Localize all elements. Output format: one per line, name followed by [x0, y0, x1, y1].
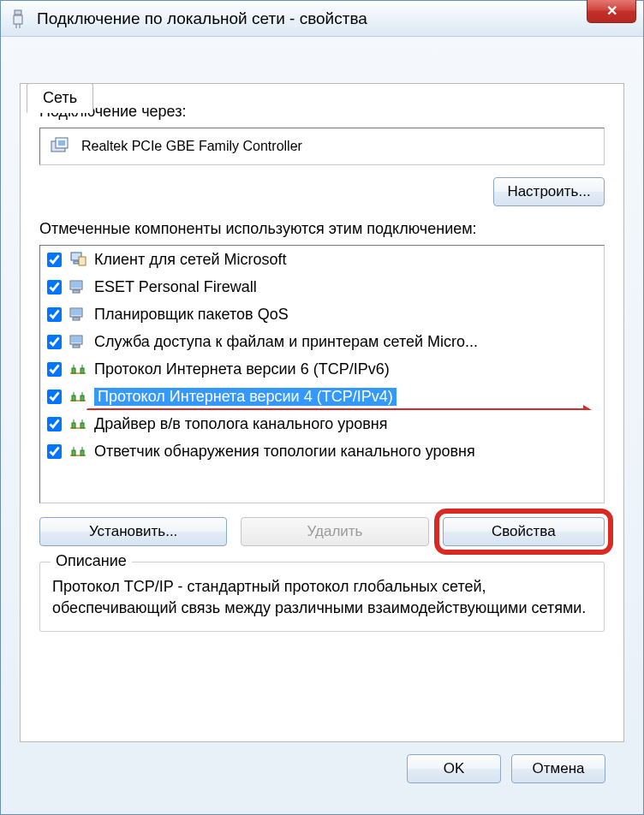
svg-rect-11 [73, 290, 80, 293]
svg-rect-9 [79, 257, 86, 265]
svg-rect-1 [14, 15, 22, 24]
dialog-buttons: OK Отмена [20, 742, 624, 783]
component-checkbox[interactable] [47, 444, 62, 459]
ok-button[interactable]: OK [407, 754, 501, 783]
component-button-row: Установить... Удалить Свойства [39, 517, 605, 546]
component-checkbox[interactable] [47, 307, 62, 322]
list-item[interactable]: Служба доступа к файлам и принтерам сете… [40, 328, 604, 355]
nic-icon [51, 137, 71, 156]
svg-rect-8 [74, 261, 79, 264]
component-checkbox[interactable] [47, 335, 62, 349]
window-title: Подключение по локальной сети - свойства [37, 9, 367, 28]
protocol-icon [69, 360, 87, 378]
component-label: Протокол Интернета версии 4 (TCP/IPv4) [94, 388, 397, 406]
svg-rect-6 [58, 140, 65, 146]
properties-dialog: Подключение по локальной сети - свойства… [0, 0, 644, 815]
component-label: Протокол Интернета версии 6 (TCP/IPv6) [94, 360, 390, 378]
tab-label: Сеть [43, 89, 77, 106]
list-item[interactable]: Ответчик обнаружения топологии канальног… [40, 437, 604, 465]
connect-using-label: Подключение через: [39, 103, 605, 121]
svg-rect-26 [80, 396, 84, 401]
list-item[interactable]: ESET Personal Firewall [40, 273, 604, 300]
adapter-name: Realtek PCIe GBE Family Controller [81, 139, 302, 154]
component-checkbox[interactable] [47, 390, 62, 404]
description-title: Описание [51, 552, 132, 570]
component-checkbox[interactable] [47, 417, 62, 431]
svg-rect-25 [72, 396, 75, 401]
protocol-icon [69, 414, 87, 433]
description-text: Протокол TCP/IP - стандартный протокол г… [52, 576, 592, 619]
svg-rect-21 [80, 368, 84, 373]
install-button[interactable]: Установить... [39, 517, 227, 546]
properties-button[interactable]: Свойства [443, 517, 605, 546]
titlebar: Подключение по локальной сети - свойства… [1, 1, 643, 37]
svg-rect-31 [80, 423, 84, 428]
svg-rect-20 [72, 368, 75, 373]
client-icon [69, 250, 87, 269]
svg-rect-30 [72, 423, 75, 428]
close-icon: ✕ [606, 3, 617, 19]
adapter-box[interactable]: Realtek PCIe GBE Family Controller [39, 128, 605, 165]
component-checkbox[interactable] [47, 362, 62, 377]
tab-container: Сеть Подключение через: Realtek PCIe GBE… [20, 83, 624, 742]
tab-network[interactable]: Сеть [27, 83, 93, 113]
svg-rect-35 [72, 450, 75, 455]
component-label: Планировщик пакетов QoS [94, 306, 289, 324]
list-item[interactable]: Планировщик пакетов QoS [40, 300, 604, 328]
svg-rect-12 [71, 282, 81, 288]
close-button[interactable]: ✕ [587, 0, 636, 23]
components-list[interactable]: Клиент для сетей MicrosoftESET Personal … [39, 245, 605, 503]
highlight-underline [86, 408, 587, 410]
component-checkbox[interactable] [47, 253, 62, 267]
component-label: Драйвер в/в тополога канального уровня [94, 415, 387, 433]
svg-rect-14 [73, 318, 80, 320]
content-area: Сеть Подключение через: Realtek PCIe GBE… [1, 37, 643, 795]
component-checkbox[interactable] [47, 280, 62, 294]
service-icon [69, 332, 87, 351]
svg-rect-17 [73, 345, 80, 348]
cancel-button[interactable]: Отмена [511, 754, 605, 783]
connection-icon [9, 9, 27, 29]
service-icon [69, 305, 87, 324]
configure-row: Настроить... [39, 177, 605, 206]
component-label: Ответчик обнаружения топологии канальног… [94, 443, 475, 461]
component-label: Клиент для сетей Microsoft [94, 251, 287, 269]
configure-button[interactable]: Настроить... [493, 177, 605, 206]
list-item[interactable]: Драйвер в/в тополога канального уровня [40, 410, 604, 437]
list-item[interactable]: Протокол Интернета версии 6 (TCP/IPv6) [40, 355, 604, 383]
service-icon [69, 277, 87, 296]
list-item[interactable]: Протокол Интернета версии 4 (TCP/IPv4) [40, 383, 604, 410]
svg-rect-15 [71, 309, 81, 315]
component-label: Служба доступа к файлам и принтерам сете… [94, 333, 478, 351]
svg-rect-36 [80, 450, 84, 455]
uninstall-button[interactable]: Удалить [241, 517, 428, 546]
svg-rect-18 [71, 336, 81, 342]
components-label: Отмеченные компоненты используются этим … [39, 220, 605, 238]
svg-rect-0 [15, 10, 21, 15]
description-group: Описание Протокол TCP/IP - стандартный п… [39, 562, 605, 632]
tab-panel: Подключение через: Realtek PCIe GBE Fami… [20, 83, 624, 742]
protocol-icon [69, 442, 87, 461]
list-item[interactable]: Клиент для сетей Microsoft [40, 246, 604, 273]
component-label: ESET Personal Firewall [94, 278, 257, 296]
protocol-icon [69, 387, 87, 406]
